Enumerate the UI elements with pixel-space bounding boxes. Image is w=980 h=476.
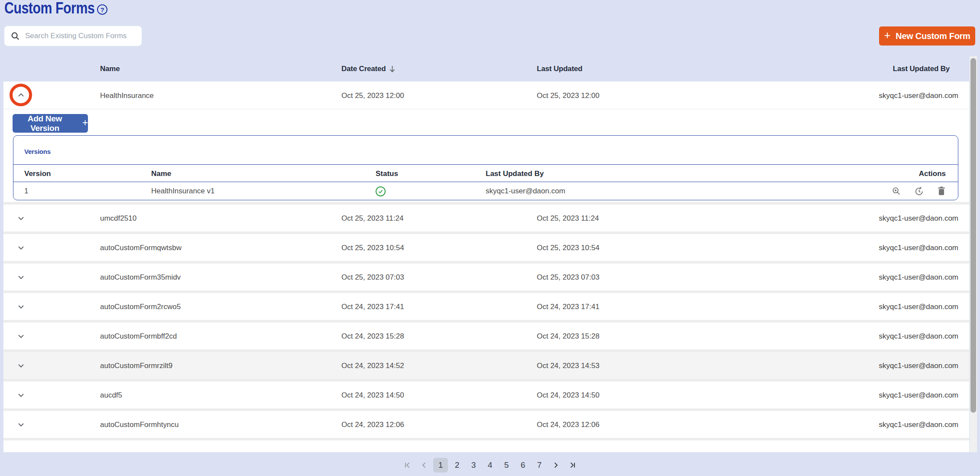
table-row[interactable]: autoCustomFormrzilt9 Oct 24, 2023 14:52 … [3, 352, 969, 379]
cell-last-updated: Oct 24, 2023 14:50 [537, 391, 600, 400]
table-row[interactable]: autoCustomForm2rcwo5 Oct 24, 2023 17:41 … [3, 293, 969, 320]
sort-descending-icon [389, 65, 396, 73]
cell-last-updated-by: skyqc1-user@daon.com [879, 273, 958, 282]
cell-last-updated-by: skyqc1-user@daon.com [879, 391, 958, 400]
page-number-list: 1234567 [433, 458, 547, 473]
page-title: Custom Forms [4, 0, 94, 17]
cell-date-created: Oct 24, 2023 14:52 [341, 362, 404, 370]
chevron-down-icon[interactable] [17, 215, 25, 222]
chevron-down-icon[interactable] [17, 333, 25, 340]
chevron-up-icon[interactable] [17, 91, 25, 99]
partial-row [3, 440, 969, 452]
chevron-right-icon [552, 462, 559, 469]
cell-date-created: Oct 24, 2023 14:50 [341, 391, 404, 400]
page-button-5[interactable]: 5 [499, 458, 514, 473]
table-row[interactable]: aucdf5 Oct 24, 2023 14:50 Oct 24, 2023 1… [3, 381, 969, 408]
expanded-row-group: HealthInsurance Oct 25, 2023 12:00 Oct 2… [3, 82, 969, 202]
table-row[interactable]: autoCustomFormbff2cd Oct 24, 2023 15:28 … [3, 323, 969, 349]
chevron-down-icon[interactable] [17, 303, 25, 310]
column-header-last-updated[interactable]: Last Updated [537, 56, 582, 82]
cell-form-name: autoCustomFormqwtsbw [100, 244, 182, 252]
zoom-in-icon[interactable] [892, 186, 901, 196]
cell-last-updated-by: skyqc1-user@daon.com [879, 244, 958, 252]
cell-form-name: aucdf5 [100, 391, 122, 400]
search-input[interactable] [25, 32, 136, 40]
table-row-expanded[interactable]: HealthInsurance Oct 25, 2023 12:00 Oct 2… [3, 82, 969, 109]
add-new-version-label: Add New Version [13, 114, 77, 133]
chevron-down-icon[interactable] [17, 244, 25, 251]
last-page-icon [568, 461, 576, 469]
versions-column-status: Status [376, 165, 398, 183]
previous-page-button[interactable] [417, 458, 432, 473]
table-row[interactable]: autoCustomFormqwtsbw Oct 25, 2023 10:54 … [3, 234, 969, 261]
versions-panel: Versions Version Name Status Last Update… [13, 135, 958, 200]
chevron-down-icon[interactable] [17, 421, 25, 428]
page-button-3[interactable]: 3 [466, 458, 481, 473]
chevron-down-icon[interactable] [17, 362, 25, 369]
page-button-7[interactable]: 7 [532, 458, 547, 473]
cell-date-created: Oct 24, 2023 17:41 [341, 303, 404, 311]
versions-column-name: Name [151, 165, 171, 183]
search-box [4, 26, 142, 46]
cell-form-name: autoCustomForm2rcwo5 [100, 303, 181, 311]
cell-last-updated-by: skyqc1-user@daon.com [879, 214, 958, 223]
cell-last-updated: Oct 25, 2023 11:24 [537, 214, 599, 223]
version-row: 1 HealthInsurance v1 skyqc1-user@daon.co… [13, 183, 958, 200]
version-status [376, 183, 386, 200]
cell-form-name: autoCustomFormrzilt9 [100, 362, 172, 370]
page-button-2[interactable]: 2 [450, 458, 464, 473]
version-number: 1 [24, 183, 28, 200]
cell-date-created: Oct 25, 2023 12:00 [341, 91, 404, 100]
last-page-button[interactable] [565, 458, 580, 473]
table-row[interactable]: autoCustomFormhtyncu Oct 24, 2023 12:06 … [3, 411, 969, 438]
status-active-icon [376, 186, 386, 196]
cell-last-updated-by: skyqc1-user@daon.com [879, 91, 958, 100]
table-row[interactable]: autoCustomForm35midv Oct 25, 2023 07:03 … [3, 264, 969, 290]
cell-form-name: autoCustomFormbff2cd [100, 332, 177, 341]
page-button-1[interactable]: 1 [433, 458, 448, 473]
column-header-last-updated-by[interactable]: Last Updated By [893, 56, 950, 82]
cell-last-updated: Oct 25, 2023 07:03 [537, 273, 600, 282]
add-new-version-button[interactable]: Add New Version + [13, 114, 88, 133]
version-last-updated-by: skyqc1-user@daon.com [486, 183, 565, 200]
search-icon [10, 31, 20, 41]
cell-last-updated: Oct 24, 2023 14:53 [537, 362, 600, 370]
delete-icon[interactable] [937, 186, 946, 196]
cell-date-created: Oct 25, 2023 07:03 [341, 273, 404, 282]
table-header-row: Name Date Created Last Updated Last Upda… [3, 56, 969, 82]
versions-header-row: Version Name Status Last Updated By Acti… [13, 164, 958, 182]
cell-last-updated: Oct 24, 2023 12:06 [537, 421, 600, 429]
cell-date-created: Oct 24, 2023 15:28 [341, 332, 404, 341]
cell-last-updated-by: skyqc1-user@daon.com [879, 332, 958, 341]
cell-last-updated-by: skyqc1-user@daon.com [879, 421, 958, 429]
cell-last-updated: Oct 25, 2023 10:54 [537, 244, 600, 252]
cell-date-created: Oct 24, 2023 12:06 [341, 421, 404, 429]
scrollbar-thumb[interactable] [970, 58, 976, 413]
cell-form-name: autoCustomForm35midv [100, 273, 181, 282]
next-page-button[interactable] [548, 458, 563, 473]
plus-icon: + [884, 29, 890, 42]
page-button-6[interactable]: 6 [516, 458, 530, 473]
cell-form-name: HealthInsurance [100, 91, 154, 100]
column-header-name[interactable]: Name [100, 56, 120, 82]
cell-last-updated: Oct 24, 2023 17:41 [537, 303, 600, 311]
versions-column-version: Version [24, 165, 51, 183]
column-header-date-created[interactable]: Date Created [341, 56, 396, 82]
chevron-down-icon[interactable] [17, 391, 25, 399]
table-body: umcdf2510 Oct 25, 2023 11:24 Oct 25, 202… [3, 202, 969, 452]
chevron-down-icon[interactable] [17, 274, 25, 281]
version-actions [892, 183, 946, 200]
table-row[interactable]: umcdf2510 Oct 25, 2023 11:24 Oct 25, 202… [3, 205, 969, 231]
history-icon[interactable] [914, 186, 924, 196]
custom-forms-table: Name Date Created Last Updated Last Upda… [3, 56, 969, 452]
new-custom-form-button[interactable]: + New Custom Form [879, 26, 975, 46]
versions-column-last-updated-by: Last Updated By [486, 165, 544, 183]
versions-column-actions: Actions [919, 165, 946, 183]
cell-form-name: umcdf2510 [100, 214, 136, 223]
chevron-left-icon [421, 462, 428, 469]
page-button-4[interactable]: 4 [483, 458, 497, 473]
first-page-button[interactable] [400, 458, 415, 473]
help-icon[interactable]: ? [97, 4, 107, 15]
plus-icon: + [82, 117, 88, 129]
annotation-circle [10, 84, 32, 106]
